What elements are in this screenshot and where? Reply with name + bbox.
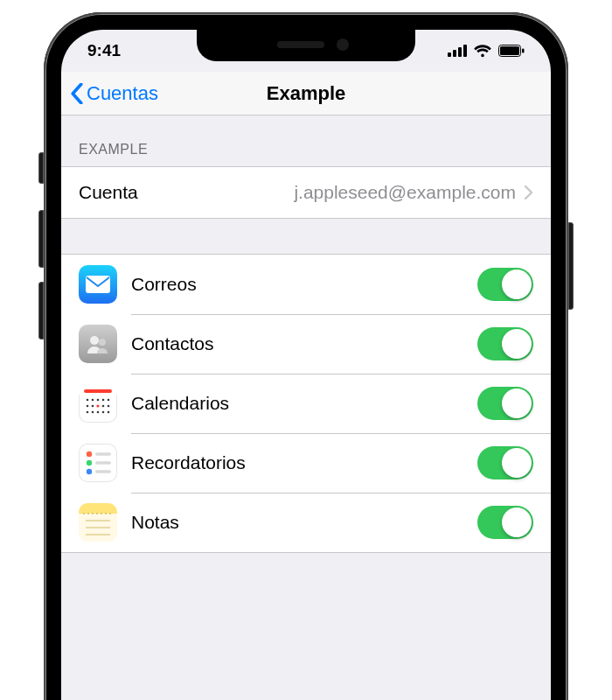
reminders-icon <box>79 444 117 482</box>
svg-point-15 <box>97 399 100 402</box>
svg-point-22 <box>87 411 89 414</box>
svg-rect-0 <box>448 52 451 57</box>
chevron-right-icon <box>525 186 533 200</box>
svg-rect-33 <box>95 470 111 473</box>
svg-rect-29 <box>95 452 111 456</box>
device-screen: 9:41 Cuentas Example EXAMPLE Cuenta j.ap… <box>61 30 551 700</box>
contacts-toggle[interactable] <box>477 327 533 360</box>
section-gap <box>61 219 551 254</box>
service-row-notes: Notas <box>61 493 551 552</box>
svg-rect-31 <box>95 461 111 465</box>
side-button <box>568 222 574 310</box>
contacts-icon <box>79 325 117 363</box>
service-label: Recordatorios <box>131 452 477 473</box>
back-label: Cuentas <box>87 82 158 105</box>
svg-rect-6 <box>522 49 525 53</box>
svg-point-23 <box>92 411 94 414</box>
svg-point-25 <box>102 411 105 414</box>
account-row[interactable]: Cuenta j.appleseed@example.com <box>61 167 551 218</box>
account-row-value: j.appleseed@example.com <box>138 182 525 203</box>
svg-point-17 <box>108 399 110 402</box>
svg-rect-7 <box>86 276 110 293</box>
status-time: 9:41 <box>87 41 121 60</box>
notes-icon <box>79 503 117 542</box>
service-row-contacts: Contactos <box>61 314 551 374</box>
service-label: Contactos <box>131 333 477 354</box>
service-row-reminders: Recordatorios <box>61 433 551 493</box>
svg-point-26 <box>108 411 110 414</box>
svg-point-18 <box>87 405 89 408</box>
back-button[interactable]: Cuentas <box>70 82 158 105</box>
calendar-icon <box>79 384 117 423</box>
account-list: Cuenta j.appleseed@example.com <box>61 166 551 219</box>
account-row-label: Cuenta <box>79 182 138 203</box>
svg-point-27 <box>96 404 99 407</box>
page-title: Example <box>267 82 346 105</box>
service-label: Correos <box>131 274 477 295</box>
svg-point-19 <box>92 405 94 408</box>
cellular-icon <box>448 45 467 57</box>
svg-point-21 <box>108 405 110 408</box>
svg-rect-12 <box>84 389 112 393</box>
calendar-toggle[interactable] <box>477 387 533 420</box>
battery-icon <box>498 45 525 57</box>
wifi-icon <box>473 45 492 58</box>
services-list: Correos Contactos Calendarios <box>61 254 551 553</box>
service-row-mail: Correos <box>61 255 551 314</box>
mail-toggle[interactable] <box>477 268 533 301</box>
phone-frame: 9:41 Cuentas Example EXAMPLE Cuenta j.ap… <box>44 12 568 700</box>
navigation-bar: Cuentas Example <box>61 72 551 116</box>
notes-toggle[interactable] <box>477 506 533 539</box>
service-label: Calendarios <box>131 393 477 414</box>
svg-point-13 <box>87 399 89 402</box>
svg-rect-3 <box>463 45 467 57</box>
section-header: EXAMPLE <box>61 116 551 166</box>
chevron-left-icon <box>70 83 84 104</box>
svg-point-20 <box>102 405 105 408</box>
volume-up-button <box>38 210 44 268</box>
svg-point-32 <box>87 469 92 474</box>
svg-point-16 <box>102 399 105 402</box>
svg-point-24 <box>97 411 100 414</box>
svg-point-28 <box>87 452 92 457</box>
svg-point-8 <box>90 336 99 345</box>
mail-icon <box>79 265 117 304</box>
svg-point-14 <box>92 399 94 402</box>
svg-rect-1 <box>453 50 456 57</box>
svg-rect-5 <box>500 46 519 55</box>
svg-point-30 <box>87 460 92 466</box>
reminders-toggle[interactable] <box>477 446 533 480</box>
service-row-calendar: Calendarios <box>61 374 551 433</box>
svg-rect-2 <box>458 47 462 57</box>
device-notch <box>197 30 415 61</box>
service-label: Notas <box>131 512 477 533</box>
volume-down-button <box>38 282 44 340</box>
ringer-switch <box>38 152 44 184</box>
svg-point-9 <box>99 339 106 346</box>
